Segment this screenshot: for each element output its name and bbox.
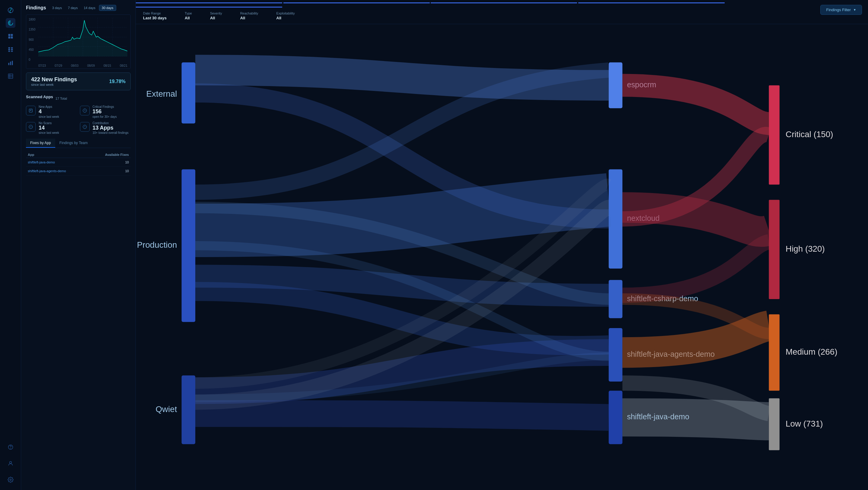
svg-rect-13 xyxy=(12,61,13,65)
critical-sub: open for 30+ days xyxy=(93,115,117,118)
scanned-contribution: Contribution 13 Apps 10+ toward overall … xyxy=(80,121,131,135)
filter-type[interactable]: Type All xyxy=(185,11,192,20)
x-label-0723: 07/23 xyxy=(38,64,46,67)
y-label-1800: 1800 xyxy=(29,18,35,21)
filter-reachability[interactable]: Reachability All xyxy=(240,11,258,20)
findings-percent: 19.78% xyxy=(109,79,126,84)
tab-7days[interactable]: 7 days xyxy=(65,5,80,11)
svg-rect-11 xyxy=(8,63,9,65)
svg-rect-10 xyxy=(11,51,13,52)
app-name[interactable]: shiftleft-java-agents-demo xyxy=(26,167,89,175)
filter-severity-value: All xyxy=(210,16,222,20)
chart-x-labels: 07/23 07/29 08/03 08/09 08/15 08/21 xyxy=(38,64,127,67)
app-link[interactable]: shiftleft-java-agents-demo xyxy=(28,169,66,173)
flow-external-espocrm xyxy=(195,70,434,86)
x-label-0729: 07/29 xyxy=(55,64,62,67)
x-label-0803: 08/03 xyxy=(71,64,79,67)
findings-title: Findings xyxy=(26,5,46,10)
x-label-0821: 08/21 xyxy=(120,64,127,67)
y-label-900: 900 xyxy=(29,38,35,41)
right-panel: Findings Filter ▼ Date Range Last 30 day… xyxy=(136,0,434,245)
filter-bar: Date Range Last 30 days Type All Severit… xyxy=(136,0,434,24)
filter-date-range[interactable]: Date Range Last 30 days xyxy=(143,11,166,20)
spiral-icon[interactable] xyxy=(6,18,16,28)
no-scans-sub: since last week xyxy=(39,131,59,135)
scanned-grid: New Apps 4 since last week Critical F xyxy=(26,105,131,135)
left-panel: Findings 3 days 7 days 14 days 30 days 1… xyxy=(21,0,136,245)
app-name[interactable]: shiftleft-java-demo xyxy=(26,158,89,167)
no-scans-icon xyxy=(26,122,36,132)
tab-30days[interactable]: 30 days xyxy=(99,5,116,11)
since-last-week-label: since last week xyxy=(31,83,77,86)
new-apps-sub: since last week xyxy=(39,115,59,118)
filter-date-range-value: Last 30 days xyxy=(143,16,166,20)
findings-chart: 1800 1350 900 450 0 xyxy=(26,15,131,69)
svg-rect-5 xyxy=(8,48,10,49)
app-link[interactable]: shiftleft-java-demo xyxy=(28,161,55,164)
y-label-450: 450 xyxy=(29,48,35,51)
new-findings-box: 422 New Findings since last week 19.78% xyxy=(26,73,131,90)
col-fixes: Available Fixes xyxy=(89,152,131,158)
fixes-count: 10 xyxy=(89,158,131,167)
table-icon[interactable] xyxy=(6,71,16,81)
svg-rect-14 xyxy=(8,74,13,79)
x-label-0815: 08/15 xyxy=(103,64,111,67)
svg-rect-1 xyxy=(8,34,10,36)
contribution-sub: 10+ toward overall findings xyxy=(93,131,129,135)
table-row: shiftleft-java-agents-demo 10 xyxy=(26,167,131,175)
tab-bar: Fixes by App Findings by Team xyxy=(26,139,131,148)
critical-icon xyxy=(80,106,90,115)
no-scans-value: 14 xyxy=(39,125,59,132)
scanned-new-apps: New Apps 4 since last week xyxy=(26,105,77,118)
scanned-apps-title: Scanned Apps xyxy=(26,94,53,99)
contribution-icon xyxy=(80,122,90,132)
dashboard-icon[interactable] xyxy=(6,31,16,41)
filter-type-label: Type xyxy=(185,11,192,15)
filter-bar-lines xyxy=(136,0,434,1)
sankey-svg: External Production Qwiet espocrm nextcl… xyxy=(136,24,434,245)
tab-findings-by-team[interactable]: Findings by Team xyxy=(55,139,92,148)
y-label-1350: 1350 xyxy=(29,28,35,31)
logo-icon[interactable] xyxy=(6,5,16,15)
main-content: Findings 3 days 7 days 14 days 30 days 1… xyxy=(21,0,434,245)
col-app: App xyxy=(26,152,89,158)
critical-label: Critical Findings xyxy=(93,105,117,109)
apps-icon[interactable] xyxy=(6,45,16,54)
y-label-0: 0 xyxy=(29,58,35,61)
svg-rect-9 xyxy=(8,51,10,52)
node-production xyxy=(182,169,195,245)
new-apps-value: 4 xyxy=(39,109,59,115)
svg-rect-8 xyxy=(11,49,13,50)
filter-exploitability-value: All xyxy=(276,16,295,20)
filter-date-range-label: Date Range xyxy=(143,11,166,15)
time-tabs: 3 days 7 days 14 days 30 days xyxy=(50,5,116,11)
svg-rect-6 xyxy=(11,48,13,49)
new-findings-count: 422 New Findings xyxy=(31,77,77,83)
tab-3days[interactable]: 3 days xyxy=(50,5,64,11)
svg-rect-7 xyxy=(8,49,10,50)
filter-severity-label: Severity xyxy=(210,11,222,15)
filter-severity[interactable]: Severity All xyxy=(210,11,222,20)
tab-14days[interactable]: 14 days xyxy=(82,5,98,11)
table-row: shiftleft-java-demo 10 xyxy=(26,158,131,167)
sankey-diagram: External Production Qwiet espocrm nextcl… xyxy=(136,24,434,245)
bar-chart-icon[interactable] xyxy=(6,58,16,68)
tab-fixes-by-app[interactable]: Fixes by App xyxy=(26,139,55,148)
filter-exploitability-label: Exploitability xyxy=(276,11,295,15)
contribution-value: 13 Apps xyxy=(93,125,129,132)
findings-header: Findings 3 days 7 days 14 days 30 days xyxy=(26,5,131,11)
filter-reachability-label: Reachability xyxy=(240,11,258,15)
node-external xyxy=(182,62,195,123)
filter-type-value: All xyxy=(185,16,192,20)
no-scans-label: No Scans xyxy=(39,121,59,125)
scanned-critical: Critical Findings 156 open for 30+ days xyxy=(80,105,131,118)
svg-rect-4 xyxy=(10,36,13,39)
label-external: External xyxy=(146,89,177,98)
filter-reachability-value: All xyxy=(240,16,258,20)
fixes-table: App Available Fixes shiftleft-java-demo … xyxy=(26,152,131,175)
new-apps-icon xyxy=(26,106,36,115)
chart-y-labels: 1800 1350 900 450 0 xyxy=(29,18,35,61)
fixes-count: 10 xyxy=(89,167,131,175)
filter-exploitability[interactable]: Exploitability All xyxy=(276,11,295,20)
x-label-0809: 08/09 xyxy=(87,64,95,67)
